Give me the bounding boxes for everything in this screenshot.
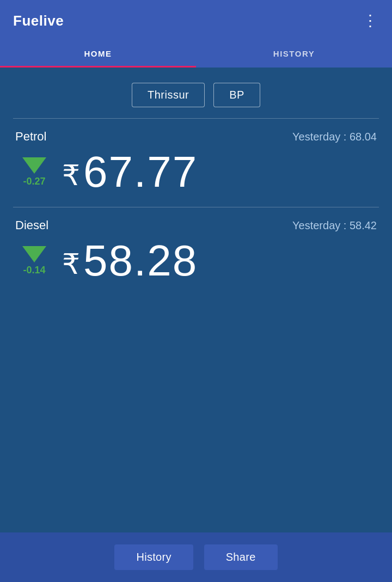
diesel-header: Diesel Yesterday : 58.42	[15, 218, 377, 232]
diesel-label: Diesel	[15, 218, 48, 232]
petrol-label: Petrol	[15, 130, 46, 144]
bottom-actions: History Share	[0, 532, 392, 582]
petrol-price-row: -0.27 ₹67.77	[15, 150, 377, 194]
petrol-change-indicator: -0.27	[15, 157, 53, 187]
diesel-yesterday: Yesterday : 58.42	[292, 219, 377, 232]
diesel-change-indicator: -0.14	[15, 246, 53, 276]
petrol-down-arrow	[22, 157, 46, 174]
petrol-rupee-symbol: ₹	[62, 160, 81, 191]
share-button[interactable]: Share	[204, 544, 278, 570]
diesel-price-row: -0.14 ₹58.28	[15, 239, 377, 283]
petrol-yesterday: Yesterday : 68.04	[292, 131, 377, 143]
diesel-down-arrow	[22, 246, 46, 262]
diesel-rupee-symbol: ₹	[62, 248, 81, 280]
diesel-change-value: -0.14	[23, 265, 45, 276]
petrol-section: Petrol Yesterday : 68.04 -0.27 ₹67.77	[0, 119, 392, 207]
petrol-header: Petrol Yesterday : 68.04	[15, 130, 377, 144]
tab-history[interactable]: HISTORY	[196, 39, 392, 68]
top-bar: Fuelive ⋮	[0, 0, 392, 39]
diesel-price-display: ₹58.28	[62, 239, 198, 283]
menu-icon[interactable]: ⋮	[363, 13, 379, 28]
selectors: Thrissur BP	[0, 68, 392, 118]
diesel-section: Diesel Yesterday : 58.42 -0.14 ₹58.28	[0, 207, 392, 296]
app-title: Fuelive	[13, 13, 64, 29]
history-button[interactable]: History	[114, 544, 193, 570]
city-selector[interactable]: Thrissur	[132, 83, 205, 107]
main-content: Thrissur BP Petrol Yesterday : 68.04 -0.…	[0, 68, 392, 582]
station-selector[interactable]: BP	[213, 83, 260, 107]
diesel-price-value: 58.28	[83, 236, 198, 285]
tab-home[interactable]: HOME	[0, 39, 196, 68]
petrol-change-value: -0.27	[23, 176, 45, 187]
tab-bar: HOME HISTORY	[0, 39, 392, 68]
petrol-price-value: 67.77	[83, 148, 198, 196]
petrol-price-display: ₹67.77	[62, 150, 198, 194]
